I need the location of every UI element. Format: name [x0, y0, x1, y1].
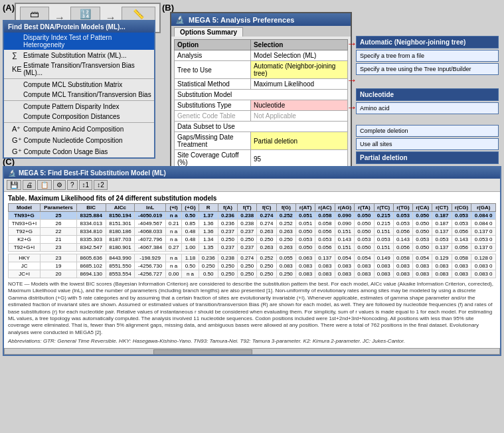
ml-print-btn[interactable]: 🖨 [23, 180, 36, 190]
option-site-coverage: Site Coverage Cutoff (%) [175, 150, 251, 168]
cell-params: 21 [41, 236, 77, 244]
cell-rcg: 0.058 [452, 254, 471, 262]
cell-lnl: -4049.567 [135, 220, 166, 228]
menu-item-compute-comp[interactable]: Compute Composition Distances [4, 112, 154, 122]
menu-item-nucl[interactable]: G⁺ Compute Nucleotide Composition [4, 135, 154, 146]
cell-aicc: 8180.186 [106, 228, 135, 236]
ml-save-btn[interactable]: 💾 [7, 180, 21, 190]
cell-rta: 0.050 [355, 220, 374, 228]
selection-genetic-code: Not Applicable [250, 111, 347, 122]
table-row[interactable]: K2+G 21 8335.303 8187.703 -4072.796 n a … [9, 236, 496, 244]
menu-item-compute-mcl[interactable]: Compute MCL Substitution Matrix [4, 80, 154, 90]
cell-rtg: 0.053 [393, 212, 412, 220]
codon-label: Compute Codon Usage Bias [24, 148, 108, 155]
selection-sub-type[interactable]: Nucleotide [250, 100, 347, 111]
cell-fc: 0.263 [257, 244, 276, 252]
cell-rcg: 0.056 [452, 244, 471, 252]
cell-rca: 0.050 [413, 244, 432, 252]
estimate-ts-label: Estimate Transition/Transversion Bias (M… [23, 62, 151, 76]
cell-fg: 0.055 [276, 254, 295, 262]
ml-sort1-btn[interactable]: ↕1 [79, 180, 93, 190]
cell-rag: 0.054 [335, 254, 355, 262]
col-ft: f(T) [238, 204, 257, 212]
cell-params: 26 [41, 220, 77, 228]
table-row: Gaps/Missing Date Treatment Partial dele… [175, 132, 348, 150]
cell-g: 0.48 [182, 236, 199, 244]
cell-rtg: 0.058 [393, 254, 412, 262]
table-row[interactable]: T92+G+I 23 8342.547 8180.901 -4067.384 0… [9, 244, 496, 252]
cell-model: TN93+G+I [9, 220, 41, 228]
table-row: Statistical Method Maximum Likelihood [175, 79, 348, 90]
cell-ft: 0.250 [238, 262, 257, 270]
selection-gaps[interactable]: Partial deletion [250, 132, 347, 150]
cell-g: 0.50 [182, 262, 199, 270]
cell-fa: 0.250 [218, 262, 237, 270]
cell-fa: 0.237 [218, 228, 237, 236]
section-data-subset: Data Subset to Use [175, 122, 348, 132]
cell-rct: 0.137 [432, 228, 452, 236]
cell-rca: 0.050 [413, 228, 432, 236]
cell-rac: 0.056 [315, 228, 335, 236]
menu-item-estimate-sub[interactable]: ∑ Estimate Substitution Matrix (ML)... [4, 50, 154, 60]
cell-r: 1.36 [199, 220, 218, 228]
selection-stat-method[interactable]: Maximum Likelihood [250, 79, 347, 90]
cell-rat: 0.050 [295, 244, 315, 252]
options-summary-tab[interactable]: Options Summary [174, 27, 243, 37]
cell-lnl: -198.929 [135, 254, 166, 262]
cell-rga: 0.084 0 [471, 212, 496, 220]
ml-table-title: Table. Maximum Likelihood fits of 24 dif… [8, 195, 496, 202]
cell-rta: 0.050 [355, 212, 374, 220]
scrollbar-thumb[interactable] [153, 349, 252, 355]
cell-fc: 0.274 [257, 212, 276, 220]
selection-analysis[interactable]: Model Selection (ML) [250, 50, 347, 61]
cell-fa: 0.236 [218, 212, 237, 220]
table-row[interactable]: HKY 23 8605.636 8443.990 -198.929 n a 1.… [9, 254, 496, 262]
cell-aicc: 8151.301 [106, 220, 135, 228]
col-rag: r(AG) [335, 204, 355, 212]
cell-rat: 0.051 [295, 212, 315, 220]
ml-sort2-btn[interactable]: ↕2 [94, 180, 108, 190]
table-row[interactable]: JC+I 20 8694.130 8553.554 -4256.727 0.00… [9, 270, 496, 278]
callout-from-file: Specify a tree from a file [356, 50, 499, 62]
cell-g: 1.18 [182, 254, 199, 262]
cell-r: 0.236 [199, 254, 218, 262]
table-row[interactable]: T92+G 22 8334.810 8180.186 -4068.033 n a… [9, 228, 496, 236]
cell-rag: 0.143 [335, 236, 355, 244]
menu-item-disparity[interactable]: Disparity Index Test of Pattern Heteroge… [4, 33, 154, 50]
cell-rga: 0.084 0 [471, 220, 496, 228]
table-row[interactable]: TN93+G 25 8325.884 8150.194 -4050.019 n … [9, 212, 496, 220]
data-icon: 🗃 [30, 9, 39, 19]
cell-rga: 0.137 0 [471, 228, 496, 236]
estimate-sub-label: Estimate Substitution Matrix (ML)... [23, 52, 127, 59]
menu-item-compute-pattern[interactable]: Compute Pattern Disparity Index [4, 102, 154, 112]
amino-icon: A⁺ [12, 125, 21, 133]
cell-rga: 0.083 0 [471, 262, 496, 270]
col-bic: BIC [76, 204, 106, 212]
col-rct: r(CT) [432, 204, 452, 212]
table-row[interactable]: TN93+G+I 26 8334.013 8151.301 -4049.567 … [9, 220, 496, 228]
menu-item-codon[interactable]: G⁺ Compute Codon Usage Bias [4, 146, 154, 157]
cell-r: 1.37 [199, 212, 218, 220]
cell-lnl: -4067.384 [135, 244, 166, 252]
menu-item-compute-trans[interactable]: Compute MCL Transition/Transversion Bias [4, 90, 154, 100]
selection-tree[interactable]: Automatic (Neighbor-joining tree) [250, 61, 347, 79]
cell-rat: 0.050 [295, 228, 315, 236]
col-model: Model [9, 204, 41, 212]
cell-rct: 0.187 [432, 212, 452, 220]
cell-rtc: 0.151 [374, 244, 393, 252]
col-rcg: r(CG) [452, 204, 471, 212]
cell-g: 0.50 [182, 212, 199, 220]
selection-site-coverage[interactable]: 95 [250, 150, 347, 168]
horizontal-scrollbar[interactable] [4, 348, 500, 355]
menu-item-amino[interactable]: A⁺ Compute Amino Acid Composition [4, 124, 154, 135]
cell-rca: 0.053 [413, 236, 432, 244]
section-c-label: (C) [3, 157, 15, 167]
ml-help-btn[interactable]: ? [67, 180, 78, 190]
section-substitution-model: Substitution Model [175, 90, 348, 100]
table-row[interactable]: JC 19 8685.102 8551.550 -4256.730 n a 0.… [9, 262, 496, 270]
col-g: (+G) [182, 204, 199, 212]
menu-item-estimate-ts[interactable]: KE Estimate Transition/Transversion Bias… [4, 60, 154, 78]
ml-settings-btn[interactable]: ⚙ [53, 180, 66, 190]
ml-copy-btn[interactable]: 📋 [37, 180, 52, 190]
ml-toolbar: 💾 🖨 📋 ⚙ ? ↕1 ↕2 [4, 179, 500, 192]
